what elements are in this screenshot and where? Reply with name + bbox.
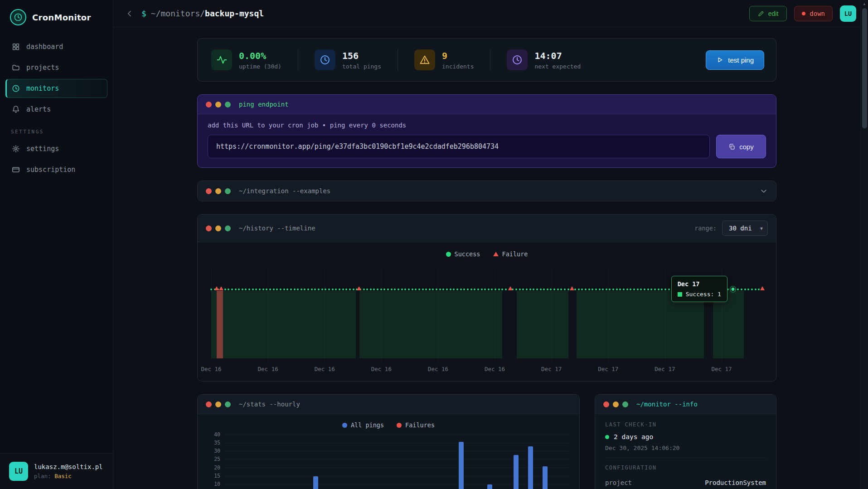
copy-button[interactable]: copy: [716, 135, 766, 158]
hourly-chart[interactable]: 0510152025303540: [209, 435, 568, 489]
traffic-light-dots: [206, 188, 231, 194]
monitor-card-title: ~/monitor --info: [636, 401, 698, 408]
activity-icon: [211, 49, 232, 70]
back-button[interactable]: [125, 9, 134, 18]
terminal-prompt: $: [141, 9, 146, 18]
timeline-success-dot: [536, 289, 538, 290]
url-row: copy: [198, 129, 776, 167]
x-tick-label: Dec 16: [485, 366, 505, 372]
expand-integration-button[interactable]: [760, 187, 768, 195]
sidebar-item-alerts[interactable]: alerts: [5, 100, 107, 119]
tooltip-date: Dec 17: [678, 280, 721, 288]
ping-card-header: ping endpoint: [198, 95, 776, 114]
timeline-success-dot: [567, 289, 569, 290]
y-tick-label: 20: [214, 465, 220, 471]
timeline-highlighted-dot: [730, 287, 735, 292]
timeline-success-dot: [741, 289, 742, 290]
timeline-success-dot: [450, 289, 451, 290]
page-scrollbar[interactable]: ▲: [860, 0, 868, 489]
legend-failures: Failures: [397, 421, 435, 429]
sidebar-item-label: projects: [26, 64, 59, 72]
timeline-success-dot: [467, 289, 469, 290]
timeline-success-dot: [658, 289, 659, 290]
timeline-success-dot: [630, 289, 631, 290]
traffic-light-dots: [206, 225, 231, 231]
traffic-red-dot: [206, 225, 212, 231]
edit-button[interactable]: edit: [749, 6, 787, 21]
ping-url-input[interactable]: [208, 135, 710, 158]
status-dot-icon: [802, 12, 805, 15]
grid-line: [225, 451, 568, 451]
breadcrumb: $ ~/monitors/backup-mysql: [141, 9, 264, 18]
test-ping-button[interactable]: test ping: [706, 50, 764, 70]
timeline-success-dot: [595, 289, 597, 290]
ping-card-title: ping endpoint: [239, 101, 289, 108]
timeline-success-dot: [484, 289, 486, 290]
timeline-success-dot: [439, 289, 441, 290]
edit-button-label: edit: [768, 10, 779, 17]
timeline-failure-marker: [760, 286, 765, 290]
timeline-success-dot: [755, 289, 756, 290]
timeline-success-dot: [609, 289, 611, 290]
timeline-success-dot: [529, 289, 531, 290]
sidebar-item-projects[interactable]: projects: [5, 58, 107, 77]
timeline-success-dot: [262, 289, 264, 290]
scroll-up-arrow-icon[interactable]: ▲: [861, 0, 868, 7]
timeline-success-dot: [626, 289, 628, 290]
integration-header[interactable]: ~/integration --examples: [198, 181, 776, 201]
timeline-success-dot: [606, 289, 607, 290]
timeline-success-dot: [391, 289, 393, 290]
timeline-success-dot: [668, 289, 670, 290]
success-band: [211, 291, 356, 358]
stat-label: incidents: [442, 63, 474, 70]
stat-uptime-30d: 0.00%uptime (30d): [209, 49, 298, 70]
header-avatar[interactable]: LU: [840, 5, 856, 22]
timeline-success-dot: [373, 289, 375, 290]
range-select[interactable]: 30 dni: [722, 220, 768, 236]
timeline-success-dot: [533, 289, 534, 290]
sidebar-item-dashboard[interactable]: dashboard: [5, 37, 107, 56]
timeline-success-dot: [380, 289, 382, 290]
timeline-success-dot: [325, 289, 326, 290]
configuration-rows: projectProductionSysteminterval0hgrace t…: [605, 476, 766, 489]
hourly-card-title: ~/stats --hourly: [239, 401, 300, 408]
timeline-success-dot: [311, 289, 313, 290]
timeline-success-dot: [436, 289, 437, 290]
timeline-success-dot: [519, 289, 521, 290]
clock-icon: [12, 84, 20, 93]
timeline-success-dot: [560, 289, 562, 290]
y-tick-label: 15: [214, 473, 220, 479]
timeline-success-dot: [210, 289, 212, 290]
test-ping-label: test ping: [728, 56, 754, 64]
timeline-success-dot: [404, 289, 406, 290]
x-tick-label: Dec 17: [655, 366, 675, 372]
timeline-success-dot: [377, 289, 378, 290]
traffic-green-dot: [622, 401, 628, 407]
scrollbar-thumb[interactable]: [862, 8, 867, 128]
y-tick-label: 35: [214, 440, 220, 446]
clock-icon: [507, 49, 528, 70]
history-card-title: ~/history --timeline: [239, 225, 315, 232]
timeline-plot[interactable]: Dec 17 Success: 1: [211, 267, 762, 362]
app-logo[interactable]: CronMonitor: [0, 0, 113, 37]
sidebar-item-subscription[interactable]: subscription: [5, 160, 107, 179]
legend-label: Success: [455, 250, 480, 258]
sidebar-item-settings[interactable]: settings: [5, 139, 107, 158]
timeline-failure-marker: [357, 286, 361, 290]
timeline-success-dot: [553, 289, 555, 290]
sidebar-section-label: SETTINGS: [0, 119, 113, 139]
user-box[interactable]: LU lukasz.m@soltix.pl plan: Basic: [0, 453, 113, 489]
grid-line: [225, 435, 568, 435]
timeline-success-dot: [345, 289, 347, 290]
user-meta: lukasz.m@soltix.pl plan: Basic: [34, 463, 103, 479]
timeline-success-dot: [481, 289, 483, 290]
stat-total-pings: 156total pings: [298, 49, 398, 70]
legend-dot-icon: [397, 423, 402, 428]
sidebar-item-monitors[interactable]: monitors: [5, 79, 107, 98]
status-badge[interactable]: down: [794, 6, 833, 21]
timeline-success-dot: [370, 289, 372, 290]
bar-all-pings: [543, 466, 548, 489]
timeline-success-dot: [470, 289, 472, 290]
timeline-success-dot: [456, 289, 458, 290]
monitor-card-header: ~/monitor --info: [595, 395, 776, 414]
